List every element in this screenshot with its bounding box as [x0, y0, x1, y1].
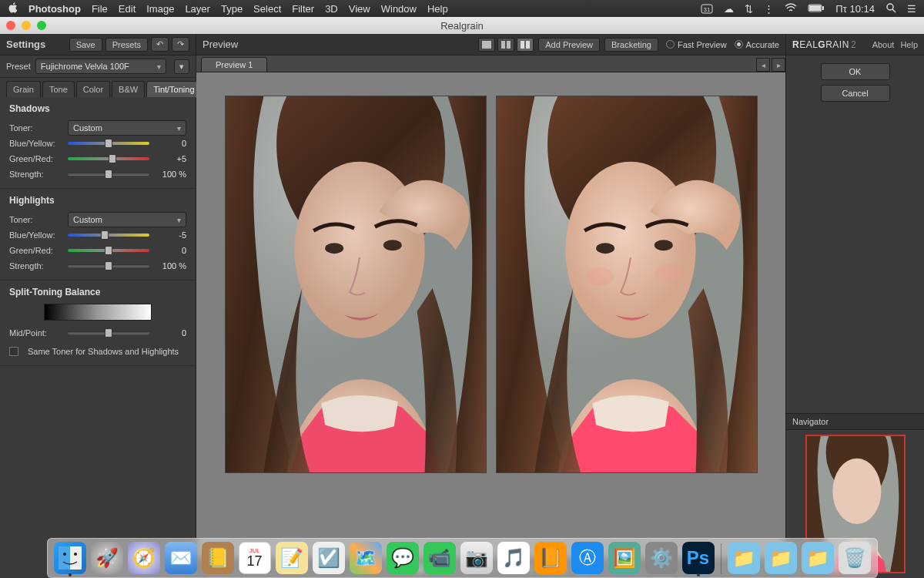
redo-button[interactable]: ↷ — [172, 37, 189, 52]
calendar-status-icon[interactable]: 31 — [701, 3, 713, 14]
tab-grain[interactable]: Grain — [6, 81, 41, 97]
shadows-title: Shadows — [9, 103, 186, 114]
preview-tab-1[interactable]: Preview 1 — [201, 57, 267, 72]
svg-text:31: 31 — [704, 6, 711, 13]
cloud-icon[interactable]: ☁ — [724, 3, 734, 15]
dock-calendar-icon[interactable]: JUL17 — [239, 542, 271, 574]
dock-finder-icon[interactable] — [54, 542, 86, 574]
wifi-icon[interactable]: ⋮ — [764, 3, 774, 15]
highlights-toner-label: Toner: — [9, 215, 63, 224]
dock-facetime-icon[interactable]: 📹 — [424, 542, 456, 574]
svg-point-19 — [654, 240, 672, 250]
clock[interactable]: Πτ 10:14 — [835, 3, 875, 15]
wifi-icon[interactable] — [785, 3, 797, 15]
tab-tint-toning[interactable]: Tint/Toning — [146, 81, 201, 97]
shadows-blueyellow-slider[interactable] — [68, 138, 149, 149]
dock-launchpad-icon[interactable]: 🚀 — [91, 542, 123, 574]
apple-icon[interactable] — [8, 2, 18, 15]
maximize-button[interactable] — [37, 21, 46, 30]
highlights-toner-select[interactable]: Custom — [68, 212, 186, 227]
tab-bw[interactable]: B&W — [112, 81, 145, 97]
dock-photoshop-icon[interactable]: Ps — [682, 542, 715, 574]
menu-select[interactable]: Select — [253, 3, 281, 15]
accurate-radio[interactable]: Accurate — [735, 40, 779, 49]
menu-app[interactable]: Photoshop — [28, 3, 81, 15]
canvas-area[interactable] — [196, 72, 785, 558]
spotlight-icon[interactable] — [886, 2, 896, 15]
bracketing-button[interactable]: Bracketing — [604, 38, 658, 52]
menu-file[interactable]: File — [92, 3, 108, 15]
view-sidebyside-button[interactable] — [517, 38, 534, 52]
cancel-button[interactable]: Cancel — [821, 85, 890, 102]
shadows-strength-slider[interactable] — [68, 169, 149, 180]
dock-appstore-icon[interactable]: Ⓐ — [571, 542, 604, 574]
notifications-icon[interactable]: ☰ — [907, 3, 916, 15]
view-single-button[interactable] — [478, 38, 495, 52]
tab-next-button[interactable]: ▸ — [772, 58, 785, 72]
dock-contacts-icon[interactable]: 📒 — [202, 542, 234, 574]
dock-photobooth-icon[interactable]: 📷 — [460, 542, 493, 574]
menu-view[interactable]: View — [349, 3, 370, 15]
menu-edit[interactable]: Edit — [119, 3, 136, 15]
menu-help[interactable]: Help — [427, 3, 448, 15]
dock-itunes-icon[interactable]: 🎵 — [497, 542, 530, 574]
undo-button[interactable]: ↶ — [151, 37, 169, 52]
menu-layer[interactable]: Layer — [185, 3, 210, 15]
minimize-button[interactable] — [22, 21, 31, 30]
dock-messages-icon[interactable]: 💬 — [387, 542, 419, 574]
save-button[interactable]: Save — [69, 38, 102, 52]
dock-folder-3-icon[interactable]: 📁 — [802, 542, 834, 574]
about-link[interactable]: About — [872, 40, 895, 49]
tab-prev-button[interactable]: ◂ — [756, 58, 770, 72]
midpoint-slider[interactable] — [68, 328, 149, 338]
view-splitv-button[interactable] — [497, 38, 514, 52]
fast-preview-radio[interactable]: Fast Preview — [666, 40, 727, 49]
svg-point-21 — [654, 264, 682, 282]
dock-reminders-icon[interactable]: ☑️ — [313, 542, 345, 574]
highlights-strength-slider[interactable] — [68, 260, 149, 271]
dock-mail-icon[interactable]: ✉️ — [165, 542, 197, 574]
svg-point-15 — [383, 240, 401, 250]
navigator-title: Navigator — [786, 414, 924, 430]
dock-folder-1-icon[interactable]: 📁 — [728, 542, 760, 574]
plugin-window: Realgrain Settings Save Presets ↶ ↷ Pres… — [0, 17, 924, 578]
split-title: Split-Toning Balance — [9, 287, 186, 297]
help-link[interactable]: Help — [900, 40, 918, 49]
same-toner-checkbox[interactable] — [9, 347, 18, 356]
dock-trash-icon[interactable]: 🗑️ — [839, 542, 871, 574]
ok-button[interactable]: OK — [821, 63, 890, 80]
tab-color[interactable]: Color — [76, 81, 110, 97]
dock-ibooks-icon[interactable]: 📙 — [534, 542, 567, 574]
preset-select[interactable]: Fujichrome Velvla 100F — [35, 59, 166, 74]
presets-button[interactable]: Presets — [105, 38, 148, 52]
battery-icon[interactable] — [808, 3, 825, 15]
highlights-greenred-slider[interactable] — [68, 245, 149, 256]
preview-title: Preview — [203, 39, 238, 50]
dock-folder-2-icon[interactable]: 📁 — [765, 542, 797, 574]
dock-preview-icon[interactable]: 🖼️ — [608, 542, 641, 574]
svg-rect-24 — [59, 546, 70, 570]
menu-filter[interactable]: Filter — [292, 3, 314, 15]
svg-line-6 — [892, 9, 896, 12]
svg-rect-3 — [822, 6, 824, 10]
svg-rect-11 — [526, 41, 530, 49]
highlights-blueyellow-slider[interactable] — [68, 230, 149, 240]
close-button[interactable] — [6, 21, 15, 30]
add-preview-button[interactable]: Add Preview — [538, 38, 600, 52]
menu-type[interactable]: Type — [221, 3, 243, 15]
dock-sysprefs-icon[interactable]: ⚙️ — [645, 542, 678, 574]
dock-safari-icon[interactable]: 🧭 — [128, 542, 160, 574]
dock-maps-icon[interactable]: 🗺️ — [350, 542, 382, 574]
dock-notes-icon[interactable]: 📝 — [276, 542, 308, 574]
preset-menu-button[interactable]: ▾ — [174, 59, 189, 74]
svg-rect-4 — [809, 5, 821, 11]
svg-point-27 — [74, 553, 77, 556]
tab-tone[interactable]: Tone — [42, 81, 75, 97]
sync-icon[interactable]: ⇅ — [745, 3, 753, 15]
menu-3d[interactable]: 3D — [325, 3, 338, 15]
split-toning-section: Split-Toning Balance Mid/Point:0 Same To… — [0, 281, 196, 366]
shadows-greenred-slider[interactable] — [68, 153, 149, 164]
menu-image[interactable]: Image — [146, 3, 174, 15]
menu-window[interactable]: Window — [381, 3, 417, 15]
shadows-toner-select[interactable]: Custom — [68, 120, 186, 136]
